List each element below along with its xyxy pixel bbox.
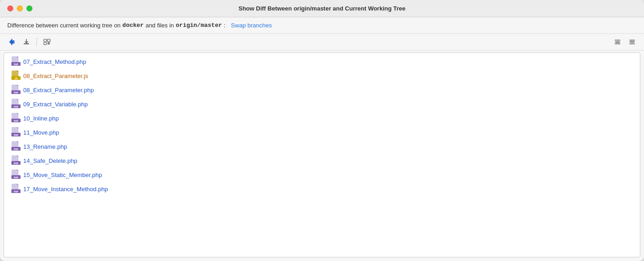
apply-icon [23,38,30,46]
maximize-button[interactable] [26,5,32,11]
list-item[interactable]: PHP 13_Rename.php [4,140,640,154]
file-name: 14_Safe_Delete.php [23,157,78,164]
list-item[interactable]: PHP 15_Move_Static_Member.php [4,168,640,182]
toolbar-separator [36,37,37,47]
svg-text:PHP: PHP [14,134,18,136]
js-file-icon: JS [11,70,21,82]
svg-text:PHP: PHP [14,105,18,108]
apply-button[interactable] [20,37,33,47]
list-item[interactable]: PHP 07_Extract_Method.php [4,55,640,69]
minimize-button[interactable] [17,5,23,11]
toolbar-right [611,37,639,47]
list-item[interactable]: PHP 11_Move.php [4,125,640,140]
subtitle-middle: and files in [145,22,174,29]
php-file-icon: PHP [11,169,21,181]
window-title: Show Diff Between origin/master and Curr… [239,5,405,12]
list-item[interactable]: JS 08_Extract_Parameter.js [4,69,640,83]
subtitle-branch2: origin/master [176,22,222,29]
php-file-icon: PHP [11,155,21,167]
swap-branches-link[interactable]: Swap branches [231,22,272,29]
php-file-icon: PHP [11,99,21,110]
svg-rect-3 [44,42,47,45]
title-bar: Show Diff Between origin/master and Curr… [0,0,644,17]
svg-text:PHP: PHP [14,63,18,66]
file-list: PHP 07_Extract_Method.php JS 08_Extract_… [4,53,640,198]
svg-text:PHP: PHP [14,190,18,193]
expand-all-icon [628,38,636,46]
collapse-all-button[interactable] [611,37,624,47]
svg-text:PHP: PHP [14,120,18,122]
file-name: 11_Move.php [23,129,59,136]
toolbar [0,34,644,51]
close-button[interactable] [7,5,13,11]
expand-all-button[interactable] [626,37,639,47]
file-name: 09_Extract_Variable.php [23,101,88,108]
collapse-all-icon [614,38,621,46]
diff-action-button[interactable] [5,37,18,47]
group-button[interactable] [41,37,53,47]
svg-rect-2 [47,39,50,42]
php-file-icon: PHP [11,127,21,138]
file-name: 08_Extract_Parameter.php [23,87,94,94]
php-file-icon: PHP [11,141,21,152]
subtitle-bar: Difference between current working tree … [0,17,644,34]
list-item[interactable]: PHP 17_Move_Instance_Method.php [4,182,640,196]
subtitle-prefix: Difference between current working tree … [7,22,120,29]
svg-text:PHP: PHP [14,148,18,151]
main-window: Show Diff Between origin/master and Curr… [0,0,644,261]
php-file-icon: PHP [11,84,21,96]
file-name: 08_Extract_Parameter.js [23,73,88,79]
php-file-icon: PHP [11,113,21,124]
subtitle-branch1: docker [122,22,144,29]
diff-icon [8,38,16,46]
list-item[interactable]: PHP 14_Safe_Delete.php [4,154,640,168]
file-name: 13_Rename.php [23,143,67,150]
group-icon [43,38,51,46]
svg-text:PHP: PHP [14,91,18,94]
list-item[interactable]: PHP 08_Extract_Parameter.php [4,83,640,97]
file-name: 07_Extract_Method.php [23,58,86,65]
svg-text:PHP: PHP [14,176,18,179]
file-name: 15_Move_Static_Member.php [23,172,102,178]
traffic-lights [7,5,32,11]
svg-rect-0 [24,43,29,44]
svg-text:JS: JS [15,77,18,80]
list-item[interactable]: PHP 09_Extract_Variable.php [4,97,640,111]
php-file-icon: PHP [11,183,21,195]
subtitle-colon: : [224,22,226,29]
file-list-container[interactable]: PHP 07_Extract_Method.php JS 08_Extract_… [4,52,640,257]
php-file-icon: PHP [11,56,21,68]
svg-rect-1 [44,39,47,42]
svg-text:PHP: PHP [14,162,18,165]
list-item[interactable]: PHP 10_Inline.php [4,111,640,125]
file-name: 10_Inline.php [23,115,59,122]
file-name: 17_Move_Instance_Method.php [23,186,108,193]
